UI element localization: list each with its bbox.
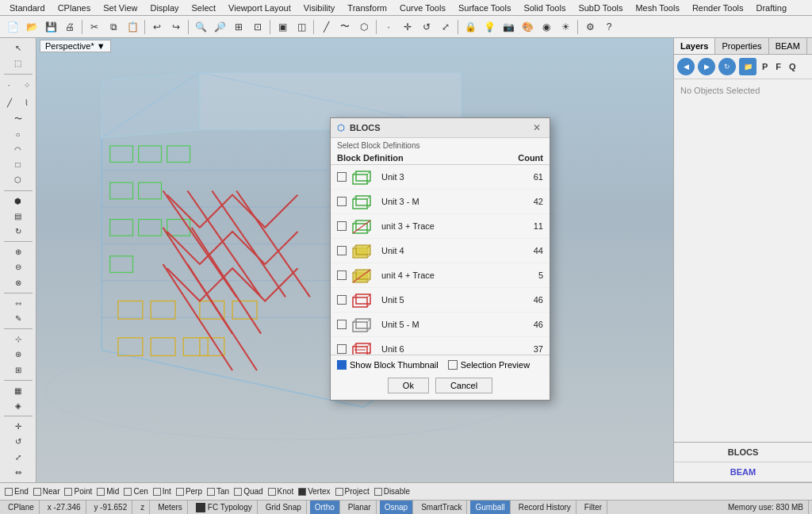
snap-cen[interactable]: Cen <box>124 487 147 496</box>
row-checkbox-unit6[interactable] <box>337 344 347 354</box>
show-block-thumbnail-check[interactable]: Show Block Thumbnail <box>337 360 439 370</box>
snap-vertex[interactable]: Vertex <box>298 487 330 496</box>
snap-project[interactable]: Project <box>335 487 370 496</box>
open-btn[interactable]: 📂 <box>23 18 40 36</box>
snap-tan[interactable]: Tan <box>207 487 229 496</box>
curve-btn[interactable]: 〜 <box>336 18 354 36</box>
help-btn[interactable]: ? <box>600 18 618 36</box>
row-checkbox-unit5m[interactable] <box>337 320 347 329</box>
snap-toggle[interactable]: ⊹ <box>10 332 26 346</box>
block-row-unit4[interactable]: Unit 4 44 <box>331 239 550 263</box>
menu-subd-tools[interactable]: SubD Tools <box>572 2 629 14</box>
select-window-btn[interactable]: ◫ <box>293 18 310 36</box>
snap-point[interactable]: Point <box>64 487 92 496</box>
extrude-tool[interactable]: ▤ <box>10 209 26 223</box>
polyline-tool[interactable]: ⌇ <box>19 94 35 110</box>
block-row-unit3m[interactable]: Unit 3 - M 42 <box>331 190 550 214</box>
menu-transform[interactable]: Transform <box>341 2 393 14</box>
snap-knot[interactable]: Knot <box>268 487 294 496</box>
ok-button[interactable]: Ok <box>388 378 429 393</box>
snap-near[interactable]: Near <box>33 487 60 496</box>
record-history-button[interactable]: Record History <box>514 501 576 514</box>
row-checkbox-unit4[interactable] <box>337 246 347 255</box>
selection-preview-check[interactable]: Selection Preview <box>448 360 530 370</box>
row-checkbox-unit3m[interactable] <box>337 197 347 206</box>
circle-tool[interactable]: ○ <box>10 128 26 141</box>
tab-layers[interactable]: Layers <box>674 38 715 54</box>
snap-knot-checkbox[interactable] <box>268 488 276 496</box>
camera-btn[interactable]: 📷 <box>500 18 517 36</box>
select-tool[interactable]: ↖ <box>10 41 26 55</box>
move-btn[interactable]: ✛ <box>399 18 416 36</box>
menu-setview[interactable]: Set View <box>97 2 144 14</box>
selection-preview-checkbox[interactable] <box>448 360 458 370</box>
snap-end[interactable]: End <box>5 487 29 496</box>
viewport[interactable]: Perspective* ▼ <box>36 38 673 482</box>
snap-disable[interactable]: Disable <box>374 487 410 496</box>
show-block-thumbnail-checkbox[interactable] <box>337 360 347 370</box>
rotate-btn[interactable]: ↺ <box>418 18 435 36</box>
boolean-int[interactable]: ⊗ <box>10 276 26 290</box>
menu-standard[interactable]: Standard <box>3 2 52 14</box>
menu-mesh-tools[interactable]: Mesh Tools <box>629 2 685 14</box>
grid-snap-button[interactable]: Grid Snap <box>261 501 307 514</box>
boolean-union[interactable]: ⊕ <box>10 245 26 259</box>
curve-tool[interactable]: 〜 <box>10 112 26 125</box>
sun-btn[interactable]: ☀ <box>557 18 574 36</box>
block-row-unit4trace[interactable]: unit 4 + Trace 5 <box>331 263 550 288</box>
block-row-unit3[interactable]: Unit 3 61 <box>331 165 550 190</box>
subd-tool[interactable]: ◈ <box>10 399 26 412</box>
menu-curve-tools[interactable]: Curve Tools <box>393 2 452 14</box>
material-btn[interactable]: ◉ <box>538 18 555 36</box>
surface-btn[interactable]: ⬡ <box>355 18 373 36</box>
menu-drafting[interactable]: Drafting <box>750 2 794 14</box>
move-tool[interactable]: ✛ <box>10 420 26 433</box>
row-checkbox-unit3trace[interactable] <box>337 221 347 231</box>
osnap-button[interactable]: Osnap <box>380 501 413 514</box>
gumball-button[interactable]: Gumball <box>470 501 510 514</box>
select-all-btn[interactable]: ▣ <box>274 18 291 36</box>
rect-tool[interactable]: □ <box>10 158 26 171</box>
cancel-button[interactable]: Cancel <box>435 378 492 393</box>
snap-vertex-checkbox[interactable] <box>298 488 306 496</box>
save-btn[interactable]: 💾 <box>42 18 59 36</box>
new-btn[interactable]: 📄 <box>4 18 21 36</box>
block-row-unit5m[interactable]: Unit 5 - M 46 <box>331 313 550 337</box>
render-btn[interactable]: 🎨 <box>519 18 536 36</box>
polygon-tool[interactable]: ⬡ <box>10 173 26 186</box>
block-row-unit3trace[interactable]: unit 3 + Trace 11 <box>331 214 550 239</box>
snap-near-checkbox[interactable] <box>33 488 41 496</box>
back-icon[interactable]: ◀ <box>677 58 695 75</box>
line-tool[interactable]: ╱ <box>2 94 17 110</box>
revolve-tool[interactable]: ↻ <box>10 224 26 238</box>
menu-surface-tools[interactable]: Surface Tools <box>452 2 517 14</box>
snap-mid-checkbox[interactable] <box>97 488 105 496</box>
snap-point-checkbox[interactable] <box>64 488 72 496</box>
light-btn[interactable]: 💡 <box>481 18 498 36</box>
row-checkbox-unit3[interactable] <box>337 172 347 182</box>
redo-btn[interactable]: ↪ <box>167 18 185 36</box>
snap-int[interactable]: Int <box>153 487 171 496</box>
snap-quad[interactable]: Quad <box>234 487 262 496</box>
menu-render-tools[interactable]: Render Tools <box>686 2 750 14</box>
menu-select[interactable]: Select <box>186 2 223 14</box>
filter-button[interactable]: Filter <box>580 501 607 514</box>
paste-btn[interactable]: 📋 <box>124 18 141 36</box>
menu-cplanes[interactable]: CPlanes <box>52 2 98 14</box>
block-row-unit5[interactable]: Unit 5 46 <box>331 288 550 313</box>
line-btn[interactable]: ╱ <box>317 18 335 36</box>
snap-cen-checkbox[interactable] <box>124 488 132 496</box>
lasso-tool[interactable]: ⬚ <box>10 56 26 70</box>
gumball-toggle[interactable]: ⊞ <box>10 362 26 376</box>
row-checkbox-unit4trace[interactable] <box>337 270 347 280</box>
arc-tool[interactable]: ◠ <box>10 143 26 156</box>
snap-tan-checkbox[interactable] <box>207 488 215 496</box>
dimension-tool[interactable]: ⇿ <box>10 297 26 310</box>
ortho-button[interactable]: Ortho <box>310 501 340 514</box>
tab-properties[interactable]: Properties <box>715 38 768 54</box>
snap-perp[interactable]: Perp <box>176 487 202 496</box>
zoom-ext-btn[interactable]: ⊞ <box>230 18 247 36</box>
copy-btn[interactable]: ⧉ <box>105 18 122 36</box>
scale-tool[interactable]: ⤢ <box>10 450 26 463</box>
folder-icon[interactable]: 📁 <box>739 58 756 75</box>
